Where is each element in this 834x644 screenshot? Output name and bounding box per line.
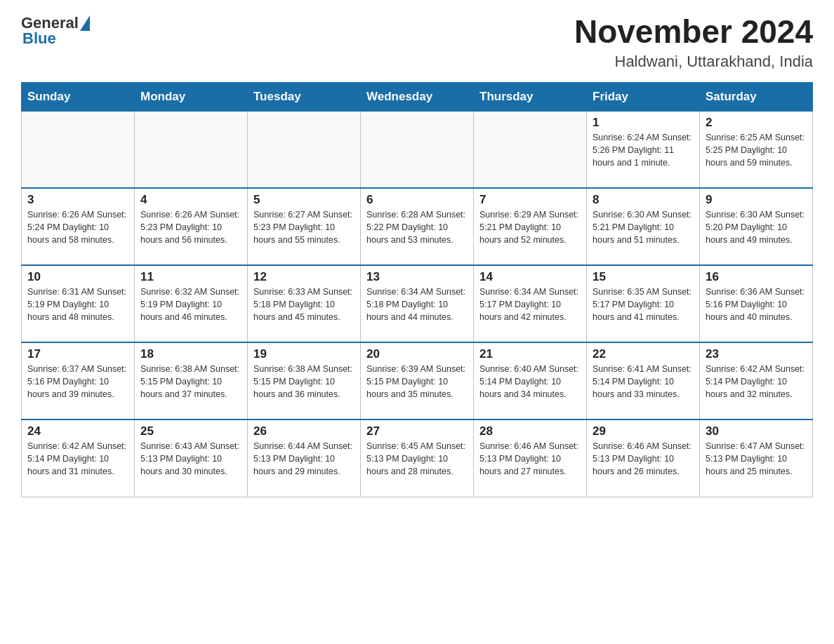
day-info: Sunrise: 6:40 AM Sunset: 5:14 PM Dayligh… xyxy=(479,363,581,401)
calendar-cell: 27Sunrise: 6:45 AM Sunset: 5:13 PM Dayli… xyxy=(361,420,474,497)
day-info: Sunrise: 6:43 AM Sunset: 5:13 PM Dayligh… xyxy=(140,440,241,478)
day-info: Sunrise: 6:46 AM Sunset: 5:13 PM Dayligh… xyxy=(479,440,581,478)
day-number: 3 xyxy=(27,193,128,207)
day-number: 14 xyxy=(479,270,581,284)
col-thursday: Thursday xyxy=(474,82,587,111)
day-number: 11 xyxy=(140,270,241,284)
calendar-cell: 4Sunrise: 6:26 AM Sunset: 5:23 PM Daylig… xyxy=(135,188,248,265)
calendar-cell: 23Sunrise: 6:42 AM Sunset: 5:14 PM Dayli… xyxy=(700,342,813,420)
calendar-cell xyxy=(135,111,248,188)
calendar-cell: 28Sunrise: 6:46 AM Sunset: 5:13 PM Dayli… xyxy=(474,420,587,497)
day-info: Sunrise: 6:45 AM Sunset: 5:13 PM Dayligh… xyxy=(366,440,468,478)
day-info: Sunrise: 6:47 AM Sunset: 5:13 PM Dayligh… xyxy=(706,440,807,478)
day-number: 16 xyxy=(706,270,807,284)
day-number: 29 xyxy=(593,424,694,438)
day-number: 23 xyxy=(706,347,807,361)
day-info: Sunrise: 6:30 AM Sunset: 5:21 PM Dayligh… xyxy=(593,208,694,246)
day-number: 4 xyxy=(140,193,241,207)
calendar-cell: 11Sunrise: 6:32 AM Sunset: 5:19 PM Dayli… xyxy=(135,265,248,342)
location-subtitle: Haldwani, Uttarakhand, India xyxy=(574,53,813,71)
day-number: 24 xyxy=(27,424,128,438)
calendar-cell: 22Sunrise: 6:41 AM Sunset: 5:14 PM Dayli… xyxy=(587,342,700,420)
calendar-week-row: 1Sunrise: 6:24 AM Sunset: 5:26 PM Daylig… xyxy=(22,111,813,188)
calendar-cell: 20Sunrise: 6:39 AM Sunset: 5:15 PM Dayli… xyxy=(361,342,474,420)
calendar-cell: 24Sunrise: 6:42 AM Sunset: 5:14 PM Dayli… xyxy=(22,420,135,497)
day-info: Sunrise: 6:30 AM Sunset: 5:20 PM Dayligh… xyxy=(706,208,807,246)
calendar-cell: 25Sunrise: 6:43 AM Sunset: 5:13 PM Dayli… xyxy=(135,420,248,497)
day-number: 8 xyxy=(593,193,694,207)
day-number: 27 xyxy=(366,424,468,438)
logo-triangle-icon xyxy=(80,15,90,31)
day-number: 1 xyxy=(593,116,694,130)
calendar-cell: 12Sunrise: 6:33 AM Sunset: 5:18 PM Dayli… xyxy=(248,265,361,342)
calendar-cell: 10Sunrise: 6:31 AM Sunset: 5:19 PM Dayli… xyxy=(22,265,135,342)
day-info: Sunrise: 6:41 AM Sunset: 5:14 PM Dayligh… xyxy=(593,363,694,401)
calendar-cell: 1Sunrise: 6:24 AM Sunset: 5:26 PM Daylig… xyxy=(587,111,700,188)
day-number: 7 xyxy=(479,193,581,207)
title-block: November 2024 Haldwani, Uttarakhand, Ind… xyxy=(574,14,813,71)
day-number: 15 xyxy=(593,270,694,284)
day-number: 18 xyxy=(140,347,241,361)
day-number: 26 xyxy=(253,424,355,438)
day-number: 5 xyxy=(253,193,355,207)
day-number: 12 xyxy=(253,270,355,284)
day-number: 6 xyxy=(366,193,468,207)
calendar-cell: 2Sunrise: 6:25 AM Sunset: 5:25 PM Daylig… xyxy=(700,111,813,188)
page-header: General Blue November 2024 Haldwani, Utt… xyxy=(21,14,813,71)
col-saturday: Saturday xyxy=(700,82,813,111)
calendar-cell: 16Sunrise: 6:36 AM Sunset: 5:16 PM Dayli… xyxy=(700,265,813,342)
month-year-title: November 2024 xyxy=(574,14,813,50)
calendar-cell: 15Sunrise: 6:35 AM Sunset: 5:17 PM Dayli… xyxy=(587,265,700,342)
day-info: Sunrise: 6:36 AM Sunset: 5:16 PM Dayligh… xyxy=(706,286,807,323)
calendar-cell: 29Sunrise: 6:46 AM Sunset: 5:13 PM Dayli… xyxy=(587,420,700,497)
day-number: 28 xyxy=(479,424,581,438)
calendar-cell: 6Sunrise: 6:28 AM Sunset: 5:22 PM Daylig… xyxy=(361,188,474,265)
calendar-week-row: 3Sunrise: 6:26 AM Sunset: 5:24 PM Daylig… xyxy=(22,188,813,265)
col-sunday: Sunday xyxy=(22,82,135,111)
day-info: Sunrise: 6:37 AM Sunset: 5:16 PM Dayligh… xyxy=(27,363,128,401)
calendar-cell: 9Sunrise: 6:30 AM Sunset: 5:20 PM Daylig… xyxy=(700,188,813,265)
calendar-cell: 7Sunrise: 6:29 AM Sunset: 5:21 PM Daylig… xyxy=(474,188,587,265)
logo-blue-text: Blue xyxy=(22,29,56,48)
day-info: Sunrise: 6:44 AM Sunset: 5:13 PM Dayligh… xyxy=(253,440,355,478)
day-number: 30 xyxy=(706,424,807,438)
day-info: Sunrise: 6:31 AM Sunset: 5:19 PM Dayligh… xyxy=(27,286,128,323)
day-info: Sunrise: 6:39 AM Sunset: 5:15 PM Dayligh… xyxy=(366,363,468,401)
calendar-cell: 5Sunrise: 6:27 AM Sunset: 5:23 PM Daylig… xyxy=(248,188,361,265)
day-info: Sunrise: 6:35 AM Sunset: 5:17 PM Dayligh… xyxy=(593,286,694,323)
calendar-cell: 17Sunrise: 6:37 AM Sunset: 5:16 PM Dayli… xyxy=(22,342,135,420)
day-number: 25 xyxy=(140,424,241,438)
day-info: Sunrise: 6:28 AM Sunset: 5:22 PM Dayligh… xyxy=(366,208,468,246)
calendar-cell: 19Sunrise: 6:38 AM Sunset: 5:15 PM Dayli… xyxy=(248,342,361,420)
day-info: Sunrise: 6:26 AM Sunset: 5:24 PM Dayligh… xyxy=(27,208,128,246)
day-number: 21 xyxy=(479,347,581,361)
col-friday: Friday xyxy=(587,82,700,111)
day-info: Sunrise: 6:38 AM Sunset: 5:15 PM Dayligh… xyxy=(253,363,355,401)
calendar-cell xyxy=(474,111,587,188)
calendar-header-row: Sunday Monday Tuesday Wednesday Thursday… xyxy=(22,82,813,111)
day-number: 19 xyxy=(253,347,355,361)
calendar-cell: 26Sunrise: 6:44 AM Sunset: 5:13 PM Dayli… xyxy=(248,420,361,497)
calendar-cell: 13Sunrise: 6:34 AM Sunset: 5:18 PM Dayli… xyxy=(361,265,474,342)
calendar-cell: 8Sunrise: 6:30 AM Sunset: 5:21 PM Daylig… xyxy=(587,188,700,265)
day-number: 9 xyxy=(706,193,807,207)
day-info: Sunrise: 6:42 AM Sunset: 5:14 PM Dayligh… xyxy=(27,440,128,478)
col-tuesday: Tuesday xyxy=(248,82,361,111)
calendar-week-row: 17Sunrise: 6:37 AM Sunset: 5:16 PM Dayli… xyxy=(22,342,813,420)
day-info: Sunrise: 6:25 AM Sunset: 5:25 PM Dayligh… xyxy=(706,131,807,169)
day-info: Sunrise: 6:33 AM Sunset: 5:18 PM Dayligh… xyxy=(253,286,355,323)
day-number: 2 xyxy=(706,116,807,130)
day-number: 13 xyxy=(366,270,468,284)
day-info: Sunrise: 6:46 AM Sunset: 5:13 PM Dayligh… xyxy=(593,440,694,478)
day-info: Sunrise: 6:42 AM Sunset: 5:14 PM Dayligh… xyxy=(706,363,807,401)
day-info: Sunrise: 6:24 AM Sunset: 5:26 PM Dayligh… xyxy=(593,131,694,169)
day-info: Sunrise: 6:32 AM Sunset: 5:19 PM Dayligh… xyxy=(140,286,241,323)
calendar-week-row: 10Sunrise: 6:31 AM Sunset: 5:19 PM Dayli… xyxy=(22,265,813,342)
calendar-cell: 3Sunrise: 6:26 AM Sunset: 5:24 PM Daylig… xyxy=(22,188,135,265)
calendar-table: Sunday Monday Tuesday Wednesday Thursday… xyxy=(21,82,813,497)
day-info: Sunrise: 6:26 AM Sunset: 5:23 PM Dayligh… xyxy=(140,208,241,246)
day-info: Sunrise: 6:38 AM Sunset: 5:15 PM Dayligh… xyxy=(140,363,241,401)
col-wednesday: Wednesday xyxy=(361,82,474,111)
calendar-cell xyxy=(22,111,135,188)
day-number: 10 xyxy=(27,270,128,284)
